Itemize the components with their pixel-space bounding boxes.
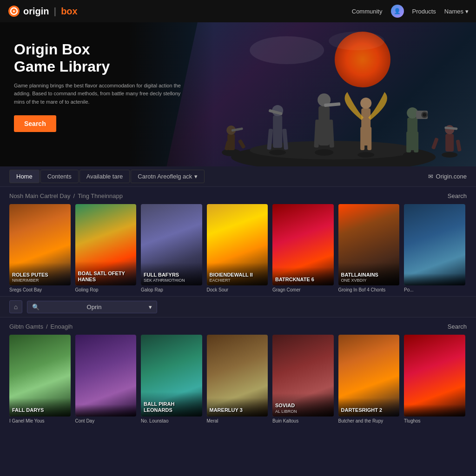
svg-rect-42	[456, 139, 461, 152]
list-item[interactable]: BALL PIRAH LEONARDS No. Lounstao	[141, 335, 202, 423]
game-card-image: BATLLAINAINS ONE XVBDIY	[338, 204, 400, 285]
hero-scene-svg	[191, 22, 476, 166]
svg-point-30	[403, 152, 422, 158]
game-card-img-title: SOVIAD	[275, 403, 331, 409]
game-card-img-title: FULL BAFYRS	[144, 272, 199, 278]
game-card-img-subtitle: AL LIBRON	[275, 409, 331, 414]
logo-separator: |	[54, 6, 57, 17]
game-card-img-subtitle: SEK ATHRIMOTHION	[144, 278, 199, 283]
list-item[interactable]: Cont Day	[75, 335, 137, 423]
list-item[interactable]: BIOIENDEWALL II EACHIERT Dock Sour	[207, 204, 268, 292]
chevron-down-icon: ▾	[465, 8, 469, 15]
game-card-img-title: BOAL SATL OFETY HANES	[78, 271, 134, 283]
svg-point-19	[315, 149, 333, 156]
game-section-1-subtitle: Ting Thneinnapp	[78, 192, 123, 199]
nav-item-community[interactable]: Community	[347, 6, 387, 17]
game-card-overlay: SOVIAD AL LIBRON	[272, 393, 334, 416]
list-item[interactable]: FALL DARYS I Ganel Mle Yous	[9, 335, 71, 423]
avatar[interactable]: 👤	[391, 5, 404, 18]
nav-carotn-dropdown[interactable]: Carotn Areoflelg ack ▾	[131, 170, 205, 183]
game-card-title: I Ganel Mle Yous	[9, 418, 71, 423]
game-card-overlay: MARERLUY 3	[207, 398, 268, 416]
game-card-image: BOAL SATL OFETY HANES	[75, 204, 137, 285]
game-section-1-main-title: Nosh Main Cartrel Day	[9, 192, 71, 199]
hero-section: Origin BoxGame Library Game planning bri…	[0, 22, 476, 166]
nav-carotn-label: Carotn Areoflelg ack	[138, 173, 192, 180]
list-item[interactable]: BATLLAINAINS ONE XVBDIY Groing In Bof 4 …	[338, 204, 400, 292]
svg-rect-33	[406, 132, 411, 152]
game-card-title: Groing In Bof 4 Chonts	[338, 287, 400, 292]
game-card-image: BATRCKNATE 6	[272, 204, 334, 285]
list-item[interactable]: MARERLUY 3 Meral	[207, 335, 268, 423]
list-item[interactable]: DARTESRIGHT 2 Butcher and the Rupy	[338, 335, 400, 423]
game-section-1-search[interactable]: Search	[448, 192, 467, 199]
list-item[interactable]: BOAL SATL OFETY HANES Goling Rop	[75, 204, 137, 292]
list-item[interactable]: BATRCKNATE 6 Gragn Comer	[272, 204, 334, 292]
game-section-2: Gibtn Gamts / Enoagih Search FALL DARYS …	[0, 317, 476, 427]
list-item[interactable]: SOVIAD AL LIBRON Buin Kaltous	[272, 335, 334, 423]
game-card-title: Meral	[207, 418, 268, 423]
chevron-down-icon: ▾	[194, 173, 198, 180]
logo: origin | box	[7, 5, 78, 18]
list-item[interactable]: Po...	[404, 204, 465, 292]
list-item[interactable]: FULL BAFYRS SEK ATHRIMOTHION Galop Rap	[141, 204, 202, 292]
game-card-title: Sregs Coot Bay	[9, 287, 71, 292]
svg-rect-14	[273, 115, 282, 148]
hero-scene	[191, 22, 476, 166]
game-card-image	[404, 204, 465, 285]
game-card-title: Po...	[404, 287, 465, 292]
list-item[interactable]: ROLES PUTES NIMERIMBER Sregs Coot Bay	[9, 204, 71, 292]
svg-point-37	[423, 113, 426, 117]
filter-row: ⌂ 🔍 Oprin ▾	[0, 296, 476, 317]
filter-select-label: Oprin	[87, 304, 102, 311]
game-card-title: Butcher and the Rupy	[338, 418, 400, 423]
nav-item-names-dropdown[interactable]: Names ▾	[444, 8, 469, 15]
game-card-img-title: FALL DARYS	[12, 407, 68, 413]
game-card-overlay: BATRCKNATE 6	[272, 267, 334, 285]
filter-home-button[interactable]: ⌂	[9, 300, 22, 313]
hero-description: Game planning brings the best flavor acc…	[14, 82, 191, 106]
nav-contents[interactable]: Contents	[40, 170, 79, 183]
game-card-title: Dock Sour	[207, 287, 268, 292]
hero-search-button[interactable]: Search	[14, 115, 56, 132]
game-card-img-title: MARERLUY 3	[210, 407, 265, 413]
hero-content: Origin BoxGame Library Game planning bri…	[14, 41, 191, 132]
logo-text-box: box	[61, 6, 78, 17]
hero-title: Origin BoxGame Library	[14, 41, 191, 75]
game-section-2-search[interactable]: Search	[448, 323, 467, 330]
game-card-img-title: BATRCKNATE 6	[275, 277, 331, 283]
filter-select[interactable]: 🔍 Oprin ▾	[27, 301, 157, 313]
game-card-img-title: ROLES PUTES	[12, 272, 68, 278]
game-card-img-subtitle: EACHIERT	[210, 278, 265, 283]
svg-point-25	[357, 152, 374, 158]
svg-point-27	[360, 98, 371, 109]
svg-rect-29	[367, 127, 371, 150]
section-nav: Home Contents Available tare Carotn Areo…	[0, 166, 476, 187]
game-card-overlay: BOAL SATL OFETY HANES	[75, 261, 137, 285]
logo-icon	[7, 5, 20, 18]
game-card-img-title: DARTESRIGHT 2	[341, 407, 397, 413]
nav-item-products[interactable]: Products	[408, 6, 441, 17]
svg-rect-39	[445, 134, 454, 152]
filter-dropdown-icon: ▾	[149, 304, 152, 311]
svg-rect-10	[238, 139, 245, 149]
game-card-image: MARERLUY 3	[207, 335, 268, 416]
game-section-2-title: Gibtn Gamts / Enoagih	[9, 323, 73, 330]
game-row-2: FALL DARYS I Ganel Mle Yous Cont Day BAL…	[9, 335, 467, 423]
nav-home[interactable]: Home	[9, 170, 40, 183]
game-card-overlay: BIOIENDEWALL II EACHIERT	[207, 263, 268, 285]
game-card-overlay: BATLLAINAINS ONE XVBDIY	[338, 263, 400, 285]
game-card-overlay: FALL DARYS	[9, 398, 71, 416]
game-card-overlay: ROLES PUTES NIMERIMBER	[9, 263, 71, 285]
mail-icon: ✉	[428, 173, 433, 180]
game-section-2-main-title: Gibtn Gamts	[9, 323, 43, 330]
svg-point-4	[329, 32, 384, 50]
logo-text-origin: origin	[23, 6, 49, 17]
game-card-img-title: BATLLAINAINS	[341, 272, 397, 278]
list-item[interactable]: Tlughos	[404, 335, 465, 423]
game-card-image: DARTESRIGHT 2	[338, 335, 400, 416]
section-nav-right: ✉ Origin.cone	[428, 173, 467, 180]
game-row-1: ROLES PUTES NIMERIMBER Sregs Coot Bay BO…	[9, 204, 467, 292]
svg-rect-41	[431, 138, 438, 150]
nav-available[interactable]: Available tare	[79, 170, 130, 183]
